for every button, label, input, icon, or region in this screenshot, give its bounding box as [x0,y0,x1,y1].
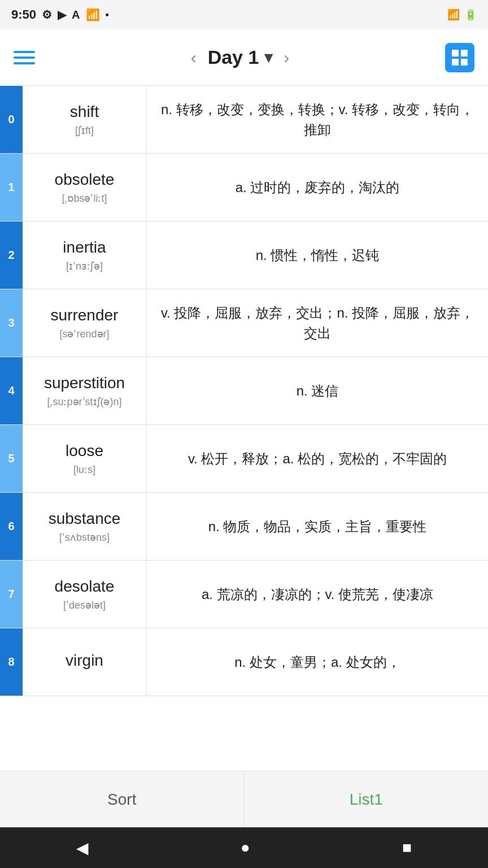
row-word: loose [luːs] [23,425,147,492]
font-icon: A [72,8,80,21]
top-nav: ‹ Day 1 ▾ › [0,29,488,86]
row-word: superstition [ˌsuːpərˈstɪʃ(ə)n] [23,357,147,424]
bottom-bar: Sort List1 [0,771,488,827]
day-title[interactable]: Day 1 ▾ [208,46,273,68]
sort-button[interactable]: Sort [0,771,245,827]
word-text: surrender [51,306,119,324]
settings-icon: ⚙ [42,8,52,21]
dot-icon: • [106,9,109,21]
word-text: desolate [55,578,115,596]
battery-icon: 🔋 [464,8,477,21]
row-definition: a. 荒凉的，凄凉的；v. 使荒芜，使凄凉 [147,561,488,628]
row-definition: v. 投降，屈服，放弃，交出；n. 投降，屈服，放弃，交出 [147,289,488,357]
row-word: shift [ʃɪft] [23,86,147,153]
svg-rect-2 [452,59,459,66]
word-text: loose [66,442,103,460]
row-index: 8 [0,628,23,696]
word-phonetic: [ˈsʌbstəns] [59,531,110,544]
recent-button[interactable]: ■ [402,839,412,857]
row-index: 0 [0,86,23,153]
home-button[interactable]: ● [241,839,250,857]
prev-button[interactable]: ‹ [182,42,206,73]
row-word: inertia [ɪˈnɜːʃə] [23,222,147,289]
word-text: inertia [63,238,106,257]
row-word: virgin [23,628,147,696]
row-word: substance [ˈsʌbstəns] [23,493,147,560]
word-phonetic: [ˈdesələt] [63,599,106,611]
row-index: 2 [0,222,23,289]
next-button[interactable]: › [274,42,298,73]
row-word: desolate [ˈdesələt] [23,561,147,628]
svg-rect-1 [461,50,468,57]
vocab-row[interactable]: 6 substance [ˈsʌbstəns] n. 物质，物品，实质，主旨，重… [0,493,488,561]
row-index: 6 [0,493,23,560]
row-index: 1 [0,154,23,221]
signal-icon: 📶 [447,8,460,21]
row-definition: a. 过时的，废弃的，淘汰的 [147,154,488,221]
row-definition: n. 物质，物品，实质，主旨，重要性 [147,493,488,560]
row-definition: v. 松开，释放；a. 松的，宽松的，不牢固的 [147,425,488,492]
word-text: shift [70,103,99,121]
vocab-list: 0 shift [ʃɪft] n. 转移，改变，变换，转换；v. 转移，改变，转… [0,86,488,696]
word-phonetic: [ˌɒbsəˈliːt] [62,192,107,205]
svg-rect-3 [461,59,468,66]
word-phonetic: [ˌsuːpərˈstɪʃ(ə)n] [47,396,121,408]
word-text: substance [49,510,121,528]
word-phonetic: [luːs] [73,463,95,476]
vocab-row[interactable]: 7 desolate [ˈdesələt] a. 荒凉的，凄凉的；v. 使荒芜，… [0,561,488,628]
back-button[interactable]: ◀ [76,839,89,857]
list1-button[interactable]: List1 [245,771,489,827]
row-definition: n. 惯性，惰性，迟钝 [147,222,488,289]
row-definition: n. 迷信 [147,357,488,424]
row-index: 7 [0,561,23,628]
vocab-row[interactable]: 0 shift [ʃɪft] n. 转移，改变，变换，转换；v. 转移，改变，转… [0,86,488,154]
wifi-icon: 📶 [86,8,100,21]
word-phonetic: [ɪˈnɜːʃə] [66,260,103,272]
word-text: obsolete [55,171,115,189]
vocab-row[interactable]: 1 obsolete [ˌɒbsəˈliːt] a. 过时的，废弃的，淘汰的 [0,154,488,222]
vocab-row[interactable]: 8 virgin n. 处女，童男；a. 处女的， [0,628,488,696]
row-index: 3 [0,289,23,357]
row-definition: n. 处女，童男；a. 处女的， [147,628,488,696]
status-time: 9:50 [11,7,36,22]
svg-rect-0 [452,50,459,57]
play-icon: ▶ [58,8,66,21]
word-phonetic: [səˈrendər] [59,328,109,340]
status-bar: 9:50 ⚙ ▶ A 📶 • 📶 🔋 [0,0,488,29]
row-index: 5 [0,425,23,492]
word-text: virgin [66,652,103,670]
grid-view-button[interactable] [445,43,474,72]
row-index: 4 [0,357,23,424]
vocab-row[interactable]: 5 loose [luːs] v. 松开，释放；a. 松的，宽松的，不牢固的 [0,425,488,493]
menu-button[interactable] [14,51,35,64]
word-text: superstition [44,374,125,392]
vocab-row[interactable]: 4 superstition [ˌsuːpərˈstɪʃ(ə)n] n. 迷信 [0,357,488,425]
android-nav-bar: ◀ ● ■ [0,827,488,868]
row-word: surrender [səˈrendər] [23,289,147,357]
word-phonetic: [ʃɪft] [75,124,94,137]
row-word: obsolete [ˌɒbsəˈliːt] [23,154,147,221]
chevron-down-icon: ▾ [264,48,272,67]
row-definition: n. 转移，改变，变换，转换；v. 转移，改变，转向，推卸 [147,86,488,153]
vocab-row[interactable]: 2 inertia [ɪˈnɜːʃə] n. 惯性，惰性，迟钝 [0,222,488,289]
vocab-row[interactable]: 3 surrender [səˈrendər] v. 投降，屈服，放弃，交出；n… [0,289,488,357]
